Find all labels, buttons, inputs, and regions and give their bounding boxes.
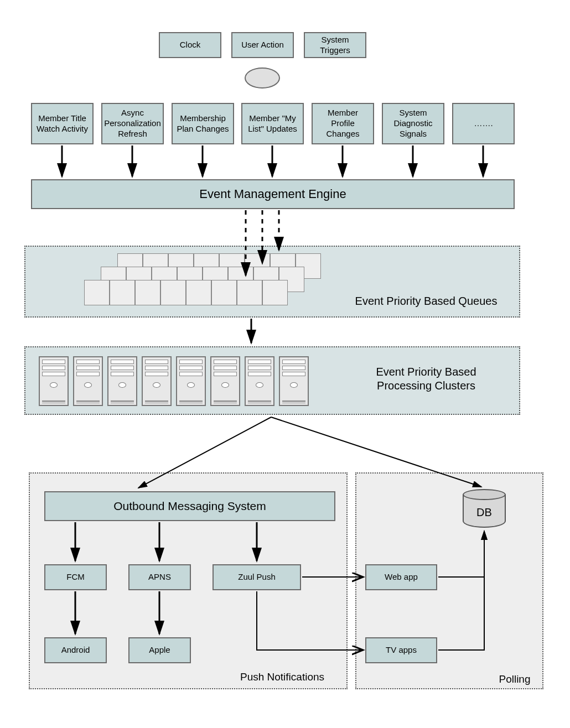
- trigger-clock: Clock: [159, 32, 221, 58]
- clusters-label: Event Priority Based Processing Clusters: [343, 365, 509, 393]
- android-label: Android: [61, 645, 90, 656]
- trigger-clock-label: Clock: [180, 40, 201, 50]
- event-5: System Diagnostic Signals: [382, 103, 444, 144]
- webapp-label: Web app: [385, 572, 418, 583]
- channel-apns: APNS: [128, 564, 191, 590]
- channel-zuul: Zuul Push: [213, 564, 301, 590]
- event-3: Member "My List" Updates: [241, 103, 304, 144]
- apns-label: APNS: [148, 572, 171, 583]
- trigger-user-action: User Action: [231, 32, 294, 58]
- server-icon: [142, 356, 172, 406]
- server-icon: [176, 356, 206, 406]
- queue-cell: [110, 280, 135, 305]
- db-icon: DB: [463, 489, 506, 529]
- channel-apple: Apple: [128, 637, 191, 663]
- event-6-label: …….: [474, 118, 493, 129]
- channel-fcm: FCM: [44, 564, 107, 590]
- event-1: Async Personalization Refresh: [101, 103, 164, 144]
- server-icon: [210, 356, 240, 406]
- db-label: DB: [476, 506, 492, 519]
- event-2: Membership Plan Changes: [172, 103, 234, 144]
- queue-cell: [262, 280, 288, 305]
- engine-label: Event Management Engine: [199, 186, 346, 202]
- server-icon: [245, 356, 274, 406]
- queue-cell: [211, 280, 237, 305]
- queue-cell: [186, 280, 211, 305]
- zuul-label: Zuul Push: [238, 572, 276, 583]
- apple-label: Apple: [149, 645, 170, 656]
- queue-cell: [84, 280, 110, 305]
- event-0-label: Member Title Watch Activity: [34, 113, 90, 134]
- outbound-box: Outbound Messaging System: [44, 491, 335, 521]
- engine-box: Event Management Engine: [31, 179, 515, 209]
- channel-tvapps: TV apps: [365, 637, 437, 663]
- queue-cell: [237, 280, 262, 305]
- queue-row-front: [84, 280, 288, 305]
- server-icon: [107, 356, 137, 406]
- channel-webapp: Web app: [365, 564, 437, 590]
- push-label: Push Notifications: [221, 670, 343, 684]
- queues-label: Event Priority Based Queues: [343, 294, 509, 308]
- outbound-label: Outbound Messaging System: [113, 499, 266, 513]
- event-4-label: Member Profile Changes: [315, 108, 371, 139]
- trigger-user-action-label: User Action: [241, 40, 284, 50]
- server-icon: [279, 356, 309, 406]
- ellipse-node: [245, 67, 280, 89]
- queue-cell: [160, 280, 186, 305]
- event-2-label: Membership Plan Changes: [175, 113, 231, 134]
- trigger-system: System Triggers: [304, 32, 366, 58]
- event-1-label: Async Personalization Refresh: [104, 108, 161, 139]
- server-icon: [73, 356, 103, 406]
- event-4: Member Profile Changes: [312, 103, 374, 144]
- event-3-label: Member "My List" Updates: [245, 113, 300, 134]
- polling-label: Polling: [493, 673, 537, 686]
- tvapps-label: TV apps: [386, 645, 417, 656]
- fcm-label: FCM: [66, 572, 85, 583]
- queue-cell: [135, 280, 160, 305]
- trigger-system-label: System Triggers: [320, 35, 350, 56]
- diagram-canvas: Clock User Action System Triggers Member…: [0, 0, 570, 728]
- server-icon: [39, 356, 69, 406]
- event-0: Member Title Watch Activity: [31, 103, 94, 144]
- event-6: …….: [452, 103, 515, 144]
- event-5-label: System Diagnostic Signals: [385, 108, 441, 139]
- channel-android: Android: [44, 637, 107, 663]
